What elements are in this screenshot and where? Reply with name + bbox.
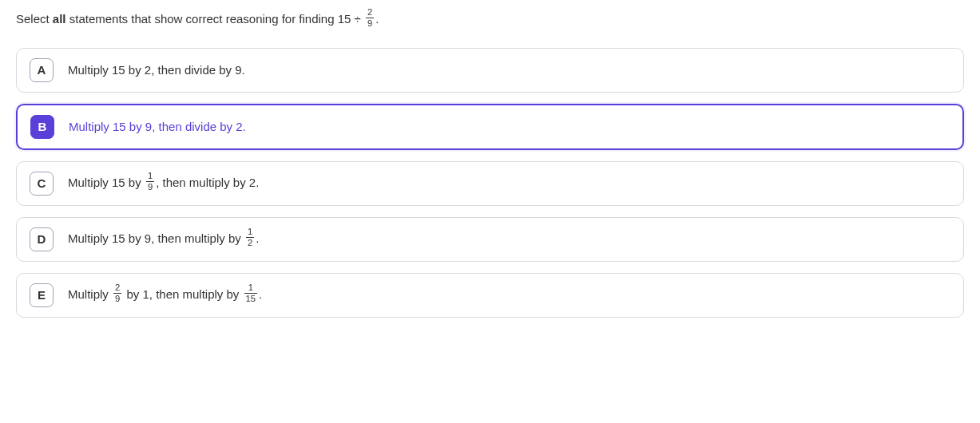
choice-e[interactable]: EMultiply 29 by 1, then multiply by 115. [16,273,964,318]
fraction-denominator: 15 [244,294,258,303]
choice-d[interactable]: DMultiply 15 by 9, then multiply by 12. [16,217,964,262]
choice-letter: A [30,58,54,82]
choice-text: Multiply 15 by 2, then divide by 9. [68,63,950,77]
fraction: 19 [146,172,154,192]
question-prompt: Select all statements that show correct … [16,10,964,30]
fraction-denominator: 9 [366,18,374,28]
choice-letter: D [30,227,54,251]
choice-text: Multiply 15 by 9, then multiply by 12. [68,229,950,250]
choice-letter: C [30,172,54,196]
fraction: 115 [244,283,258,304]
choices-container: AMultiply 15 by 2, then divide by 9.BMul… [16,48,964,318]
fraction-numerator: 1 [244,283,258,294]
choice-text: Multiply 15 by 19, then multiply by 2. [68,173,950,194]
fraction-numerator: 2 [366,8,374,18]
choice-c[interactable]: CMultiply 15 by 19, then multiply by 2. [16,161,964,206]
choice-text: Multiply 15 by 9, then divide by 2. [69,120,950,133]
fraction-denominator: 9 [113,294,121,303]
choice-letter: E [30,283,54,307]
choice-text: Multiply 29 by 1, then multiply by 115. [68,285,950,306]
prompt-mid: statements that show correct reasoning f… [66,12,364,26]
fraction-denominator: 2 [246,238,254,247]
choice-b[interactable]: BMultiply 15 by 9, then divide by 2. [16,104,964,150]
prompt-fraction: 29 [366,8,374,29]
fraction-numerator: 2 [113,283,121,294]
fraction: 29 [113,283,121,304]
fraction: 12 [246,227,254,248]
choice-a[interactable]: AMultiply 15 by 2, then divide by 9. [16,48,964,93]
choice-letter: B [30,115,54,139]
fraction-numerator: 1 [246,227,254,238]
fraction-denominator: 9 [146,182,154,192]
prompt-bold: all [53,12,66,26]
prompt-post: . [375,12,379,26]
prompt-pre: Select [16,12,53,26]
fraction-numerator: 1 [146,172,154,182]
